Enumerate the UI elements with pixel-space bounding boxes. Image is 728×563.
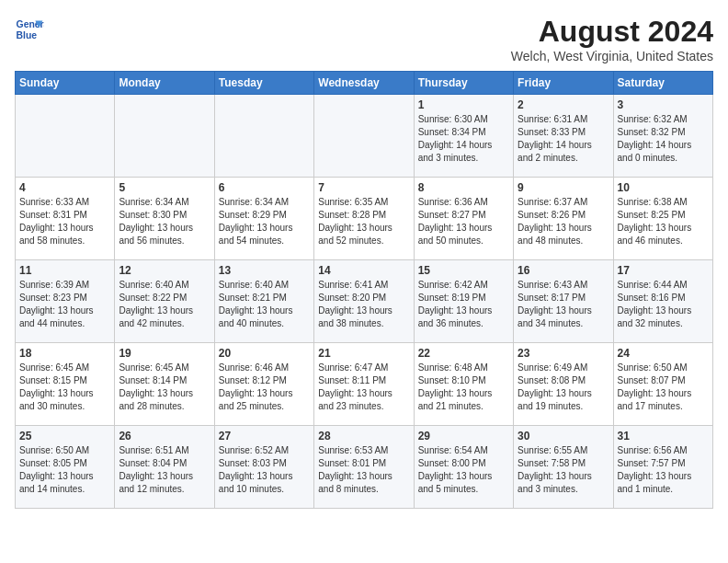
page-title: August 2024 [511, 15, 713, 49]
day-number: 1 [418, 98, 509, 111]
day-number: 5 [119, 181, 210, 194]
svg-text:Blue: Blue [17, 30, 38, 40]
day-number: 4 [19, 181, 110, 194]
calendar-cell: 3Sunrise: 6:32 AM Sunset: 8:32 PM Daylig… [613, 95, 712, 178]
day-number: 7 [318, 181, 409, 194]
day-number: 21 [318, 347, 409, 360]
calendar-cell [115, 95, 214, 178]
calendar-table: SundayMondayTuesdayWednesdayThursdayFrid… [15, 71, 713, 509]
calendar-cell: 24Sunrise: 6:50 AM Sunset: 8:07 PM Dayli… [613, 343, 712, 426]
calendar-cell: 9Sunrise: 6:37 AM Sunset: 8:26 PM Daylig… [514, 178, 613, 260]
cell-info: Sunrise: 6:36 AM Sunset: 8:27 PM Dayligh… [418, 196, 509, 247]
day-number: 22 [418, 347, 509, 360]
calendar-cell: 25Sunrise: 6:50 AM Sunset: 8:05 PM Dayli… [16, 426, 115, 509]
calendar-cell: 20Sunrise: 6:46 AM Sunset: 8:12 PM Dayli… [214, 343, 313, 426]
cell-info: Sunrise: 6:32 AM Sunset: 8:32 PM Dayligh… [618, 113, 709, 165]
cell-info: Sunrise: 6:33 AM Sunset: 8:31 PM Dayligh… [19, 196, 110, 247]
calendar-cell: 5Sunrise: 6:34 AM Sunset: 8:30 PM Daylig… [115, 178, 214, 260]
cell-info: Sunrise: 6:50 AM Sunset: 8:05 PM Dayligh… [19, 444, 110, 496]
calendar-cell: 31Sunrise: 6:56 AM Sunset: 7:57 PM Dayli… [613, 426, 712, 509]
day-number: 2 [518, 98, 609, 111]
cell-info: Sunrise: 6:54 AM Sunset: 8:00 PM Dayligh… [418, 444, 509, 496]
cell-info: Sunrise: 6:34 AM Sunset: 8:29 PM Dayligh… [219, 196, 310, 247]
calendar-cell [314, 95, 414, 178]
cell-info: Sunrise: 6:51 AM Sunset: 8:04 PM Dayligh… [119, 444, 210, 496]
cell-info: Sunrise: 6:37 AM Sunset: 8:26 PM Dayligh… [518, 196, 609, 247]
cell-info: Sunrise: 6:50 AM Sunset: 8:07 PM Dayligh… [618, 362, 709, 413]
day-number: 31 [618, 430, 709, 442]
calendar-cell: 21Sunrise: 6:47 AM Sunset: 8:11 PM Dayli… [314, 343, 414, 426]
column-header-sunday: Sunday [16, 72, 115, 95]
page-subtitle: Welch, West Virginia, United States [511, 49, 713, 63]
day-number: 11 [19, 264, 110, 277]
cell-info: Sunrise: 6:52 AM Sunset: 8:03 PM Dayligh… [219, 444, 310, 496]
calendar-cell: 12Sunrise: 6:40 AM Sunset: 8:22 PM Dayli… [115, 260, 214, 343]
day-number: 10 [618, 181, 709, 194]
calendar-cell: 29Sunrise: 6:54 AM Sunset: 8:00 PM Dayli… [414, 426, 513, 509]
logo-icon: General Blue [15, 15, 44, 44]
calendar-cell: 13Sunrise: 6:40 AM Sunset: 8:21 PM Dayli… [214, 260, 313, 343]
day-number: 24 [618, 347, 709, 360]
cell-info: Sunrise: 6:56 AM Sunset: 7:57 PM Dayligh… [618, 444, 709, 496]
column-header-wednesday: Wednesday [314, 72, 414, 95]
column-header-monday: Monday [115, 72, 214, 95]
day-number: 19 [119, 347, 210, 360]
day-number: 18 [19, 347, 110, 360]
title-area: August 2024 Welch, West Virginia, United… [511, 15, 713, 63]
cell-info: Sunrise: 6:43 AM Sunset: 8:17 PM Dayligh… [518, 279, 609, 330]
calendar-cell: 2Sunrise: 6:31 AM Sunset: 8:33 PM Daylig… [514, 95, 613, 178]
cell-info: Sunrise: 6:35 AM Sunset: 8:28 PM Dayligh… [318, 196, 409, 247]
calendar-week-4: 18Sunrise: 6:45 AM Sunset: 8:15 PM Dayli… [16, 343, 713, 426]
cell-info: Sunrise: 6:45 AM Sunset: 8:14 PM Dayligh… [119, 362, 210, 413]
cell-info: Sunrise: 6:30 AM Sunset: 8:34 PM Dayligh… [418, 113, 509, 165]
calendar-cell: 14Sunrise: 6:41 AM Sunset: 8:20 PM Dayli… [314, 260, 414, 343]
column-header-friday: Friday [514, 72, 613, 95]
cell-info: Sunrise: 6:40 AM Sunset: 8:22 PM Dayligh… [119, 279, 210, 330]
cell-info: Sunrise: 6:44 AM Sunset: 8:16 PM Dayligh… [618, 279, 709, 330]
column-header-saturday: Saturday [613, 72, 712, 95]
calendar-cell: 18Sunrise: 6:45 AM Sunset: 8:15 PM Dayli… [16, 343, 115, 426]
day-number: 8 [418, 181, 509, 194]
header-row: SundayMondayTuesdayWednesdayThursdayFrid… [16, 72, 713, 95]
calendar-cell: 26Sunrise: 6:51 AM Sunset: 8:04 PM Dayli… [115, 426, 214, 509]
cell-info: Sunrise: 6:47 AM Sunset: 8:11 PM Dayligh… [318, 362, 409, 413]
calendar-cell: 27Sunrise: 6:52 AM Sunset: 8:03 PM Dayli… [214, 426, 313, 509]
day-number: 29 [418, 430, 509, 442]
calendar-cell: 23Sunrise: 6:49 AM Sunset: 8:08 PM Dayli… [514, 343, 613, 426]
day-number: 23 [518, 347, 609, 360]
day-number: 15 [418, 264, 509, 277]
cell-info: Sunrise: 6:53 AM Sunset: 8:01 PM Dayligh… [318, 444, 409, 496]
cell-info: Sunrise: 6:49 AM Sunset: 8:08 PM Dayligh… [518, 362, 609, 413]
cell-info: Sunrise: 6:40 AM Sunset: 8:21 PM Dayligh… [219, 279, 310, 330]
column-header-thursday: Thursday [414, 72, 513, 95]
cell-info: Sunrise: 6:38 AM Sunset: 8:25 PM Dayligh… [618, 196, 709, 247]
calendar-cell: 6Sunrise: 6:34 AM Sunset: 8:29 PM Daylig… [214, 178, 313, 260]
calendar-cell: 19Sunrise: 6:45 AM Sunset: 8:14 PM Dayli… [115, 343, 214, 426]
day-number: 14 [318, 264, 409, 277]
day-number: 20 [219, 347, 310, 360]
cell-info: Sunrise: 6:48 AM Sunset: 8:10 PM Dayligh… [418, 362, 509, 413]
calendar-cell: 7Sunrise: 6:35 AM Sunset: 8:28 PM Daylig… [314, 178, 414, 260]
cell-info: Sunrise: 6:39 AM Sunset: 8:23 PM Dayligh… [19, 279, 110, 330]
calendar-cell: 30Sunrise: 6:55 AM Sunset: 7:58 PM Dayli… [514, 426, 613, 509]
day-number: 30 [518, 430, 609, 442]
column-header-tuesday: Tuesday [214, 72, 313, 95]
calendar-cell: 4Sunrise: 6:33 AM Sunset: 8:31 PM Daylig… [16, 178, 115, 260]
calendar-week-1: 1Sunrise: 6:30 AM Sunset: 8:34 PM Daylig… [16, 95, 713, 178]
cell-info: Sunrise: 6:41 AM Sunset: 8:20 PM Dayligh… [318, 279, 409, 330]
page-header: General Blue August 2024 Welch, West Vir… [15, 15, 713, 63]
calendar-body: 1Sunrise: 6:30 AM Sunset: 8:34 PM Daylig… [16, 95, 713, 509]
logo: General Blue [15, 15, 44, 44]
cell-info: Sunrise: 6:34 AM Sunset: 8:30 PM Dayligh… [119, 196, 210, 247]
day-number: 27 [219, 430, 310, 442]
day-number: 25 [19, 430, 110, 442]
calendar-cell: 16Sunrise: 6:43 AM Sunset: 8:17 PM Dayli… [514, 260, 613, 343]
day-number: 16 [518, 264, 609, 277]
calendar-cell: 8Sunrise: 6:36 AM Sunset: 8:27 PM Daylig… [414, 178, 513, 260]
cell-info: Sunrise: 6:31 AM Sunset: 8:33 PM Dayligh… [518, 113, 609, 165]
calendar-cell: 1Sunrise: 6:30 AM Sunset: 8:34 PM Daylig… [414, 95, 513, 178]
cell-info: Sunrise: 6:55 AM Sunset: 7:58 PM Dayligh… [518, 444, 609, 496]
calendar-cell: 10Sunrise: 6:38 AM Sunset: 8:25 PM Dayli… [613, 178, 712, 260]
day-number: 28 [318, 430, 409, 442]
calendar-cell: 22Sunrise: 6:48 AM Sunset: 8:10 PM Dayli… [414, 343, 513, 426]
